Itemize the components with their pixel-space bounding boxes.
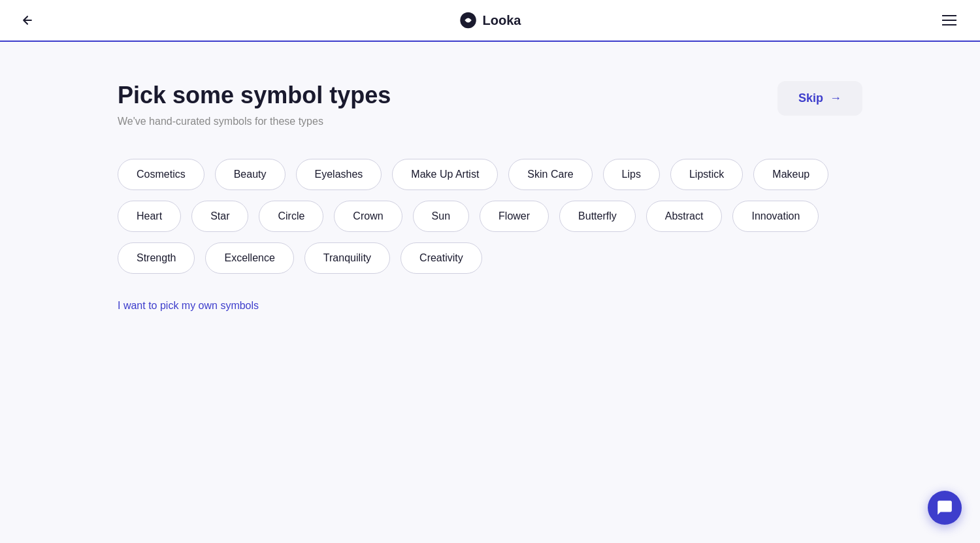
symbol-tag-star[interactable]: Star (191, 201, 248, 232)
menu-line-3 (942, 24, 956, 25)
logo-text: Looka (483, 13, 521, 28)
menu-button[interactable] (939, 12, 959, 28)
symbol-tag-crown[interactable]: Crown (334, 201, 402, 232)
menu-line-2 (942, 20, 956, 21)
page-header: Pick some symbol types We've hand-curate… (118, 81, 862, 127)
symbol-tag-heart[interactable]: Heart (118, 201, 181, 232)
skip-label: Skip (798, 91, 823, 105)
back-button[interactable] (21, 14, 34, 27)
symbol-tag-flower[interactable]: Flower (480, 201, 549, 232)
symbols-grid: CosmeticsBeautyEyelashesMake Up ArtistSk… (118, 159, 862, 274)
symbol-tag-creativity[interactable]: Creativity (400, 242, 482, 274)
symbol-tag-lips[interactable]: Lips (603, 159, 660, 190)
symbol-tag-excellence[interactable]: Excellence (205, 242, 293, 274)
logo-icon (459, 11, 478, 29)
symbol-tag-makeup[interactable]: Makeup (753, 159, 828, 190)
symbol-tag-beauty[interactable]: Beauty (215, 159, 286, 190)
page-title: Pick some symbol types (118, 81, 391, 109)
symbol-tag-cosmetics[interactable]: Cosmetics (118, 159, 204, 190)
menu-line-1 (942, 15, 956, 16)
logo: Looka (459, 11, 521, 29)
symbol-tag-abstract[interactable]: Abstract (646, 201, 723, 232)
pick-own-link[interactable]: I want to pick my own symbols (118, 300, 259, 311)
symbol-tag-lipstick[interactable]: Lipstick (670, 159, 743, 190)
symbol-tag-tranquility[interactable]: Tranquility (304, 242, 390, 274)
symbol-tag-eyelashes[interactable]: Eyelashes (296, 159, 382, 190)
symbol-tag-circle[interactable]: Circle (259, 201, 323, 232)
chat-bubble[interactable] (928, 491, 962, 525)
skip-arrow: → (830, 91, 841, 105)
title-block: Pick some symbol types We've hand-curate… (118, 81, 391, 127)
header: Looka (0, 0, 980, 42)
symbol-tag-sun[interactable]: Sun (413, 201, 469, 232)
symbol-tag-strength[interactable]: Strength (118, 242, 195, 274)
symbol-tag-innovation[interactable]: Innovation (732, 201, 819, 232)
symbol-tag-skin-care[interactable]: Skin Care (508, 159, 592, 190)
chat-icon (936, 499, 953, 516)
skip-button[interactable]: Skip → (777, 81, 862, 116)
page-subtitle: We've hand-curated symbols for these typ… (118, 116, 391, 127)
main-content: Pick some symbol types We've hand-curate… (65, 42, 915, 338)
symbol-tag-makeup-artist[interactable]: Make Up Artist (392, 159, 498, 190)
symbol-tag-butterfly[interactable]: Butterfly (559, 201, 636, 232)
